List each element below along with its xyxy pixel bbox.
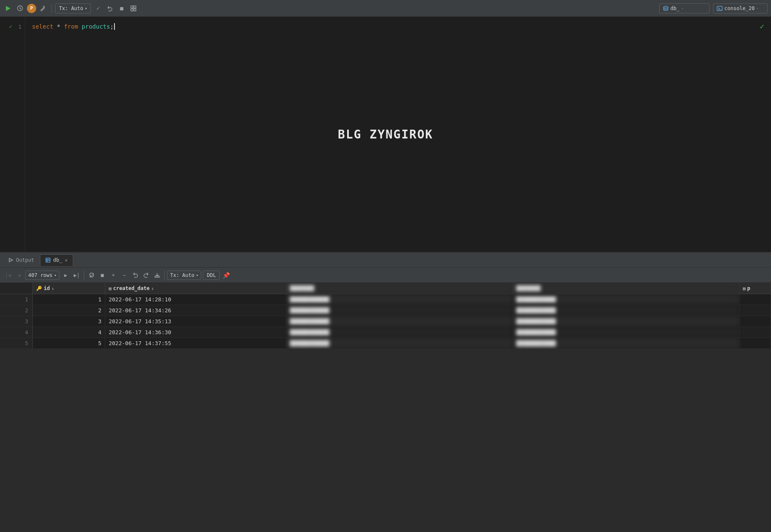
db-selector[interactable]: db_ ▾	[659, 3, 710, 13]
delete-row-button[interactable]: −	[120, 271, 129, 280]
id-cell-3: 3	[32, 316, 105, 327]
ddl-button[interactable]: DDL	[203, 271, 220, 280]
rows-chevron-icon: ▾	[54, 273, 56, 277]
submit-button[interactable]	[141, 271, 151, 280]
row-num-2: 2	[0, 305, 32, 316]
p-column-header[interactable]: ▦ p	[739, 283, 771, 294]
pin-button[interactable]: 📌	[221, 271, 231, 280]
data-table-container[interactable]: 🔑 id ⇕ ▦ created_date ⇕ ████████ ████	[0, 283, 771, 349]
semicolon: ;	[110, 23, 113, 30]
rows-dropdown[interactable]: 407 rows ▾	[25, 271, 59, 280]
id-col-label: id	[44, 285, 50, 291]
keyword-select: select	[32, 23, 53, 30]
next-page-button[interactable]: ▶	[61, 271, 70, 280]
date-cell-4: 2022-06-17 14:36:30	[105, 327, 287, 338]
p-cell-5	[739, 338, 771, 349]
col4-cell-2: ████████████	[513, 305, 739, 316]
export-button[interactable]	[152, 271, 162, 280]
line-num-1: 1	[15, 24, 21, 30]
col3-header: ████████	[286, 283, 513, 294]
add-row-button[interactable]: +	[109, 271, 118, 280]
p-cell-4	[739, 327, 771, 338]
col4-cell-3: ████████████	[513, 316, 739, 327]
svg-rect-5	[134, 9, 136, 11]
row-num-1: 1	[0, 294, 32, 305]
table-row: 1 1 2022-06-17 14:28:10 ████████████ ███…	[0, 294, 771, 305]
db-label: db_	[670, 5, 680, 11]
svg-rect-9	[46, 258, 50, 262]
results-table: 🔑 id ⇕ ▦ created_date ⇕ ████████ ████	[0, 283, 771, 349]
editor-area: ✓ 1 select * from products ; BLG ZYNGIRO…	[0, 17, 771, 253]
created-date-col-label: created_date	[113, 285, 150, 291]
tx-chevron-icon: ▾	[196, 273, 198, 277]
created-date-sort-icon[interactable]: ⇕	[152, 286, 154, 291]
table-row: 4 4 2022-06-17 14:36:30 ████████████ ███…	[0, 327, 771, 338]
console-chevron-icon: ▾	[756, 6, 758, 11]
col4-cell-5: ████████████	[513, 338, 739, 349]
wrench-icon[interactable]	[39, 4, 48, 13]
revert-button[interactable]	[130, 271, 140, 280]
col4-cell-4: ████████████	[513, 327, 739, 338]
tx-label: Tx: Auto	[59, 5, 83, 11]
db-tab[interactable]: db_ ×	[40, 254, 73, 266]
console-selector[interactable]: console_20 ▾	[713, 3, 768, 13]
p-col-label: p	[747, 285, 750, 291]
main-toolbar: P Tx: Auto ▾ ✓ ■ db_ ▾ console_20 ▾	[0, 0, 771, 17]
id-column-header[interactable]: 🔑 id ⇕	[32, 283, 105, 294]
history-icon[interactable]	[15, 4, 24, 13]
check-icon[interactable]: ✓	[93, 4, 103, 13]
table-header-row: 🔑 id ⇕ ▦ created_date ⇕ ████████ ████	[0, 283, 771, 294]
tx-dropdown-result[interactable]: Tx: Auto ▾	[167, 271, 201, 280]
svg-rect-2	[131, 6, 133, 8]
first-page-button[interactable]: |◀	[3, 271, 13, 280]
date-cell-5: 2022-06-17 14:37:55	[105, 338, 287, 349]
output-tab-label: Output	[16, 257, 34, 263]
table-icon: ▦	[109, 286, 112, 291]
last-page-button[interactable]: ▶|	[72, 271, 81, 280]
tx-label-result: Tx: Auto	[170, 272, 194, 278]
result-toolbar: |◀ ◀ 407 rows ▾ ▶ ▶| ■ + − Tx: Auto ▾ DD…	[0, 268, 771, 283]
key-icon: 🔑	[36, 286, 42, 291]
editor-check-icon: ✓	[760, 22, 764, 31]
profile-icon[interactable]: P	[27, 4, 36, 13]
col3-cell-2: ████████████	[286, 305, 513, 316]
col3-cell-5: ████████████	[286, 338, 513, 349]
p-table-icon: ▦	[743, 286, 746, 291]
undo-icon[interactable]	[105, 4, 114, 13]
table-row: 3 3 2022-06-17 14:35:13 ████████████ ███…	[0, 316, 771, 327]
code-editor[interactable]: select * from products ;	[25, 17, 771, 252]
toolbar-right: db_ ▾ console_20 ▾	[659, 3, 768, 13]
id-cell-5: 5	[32, 338, 105, 349]
created-date-column-header[interactable]: ▦ created_date ⇕	[105, 283, 287, 294]
stop-icon[interactable]: ■	[117, 4, 126, 13]
line-numbers: ✓ 1	[0, 17, 25, 252]
divider-1	[51, 4, 52, 13]
output-tab[interactable]: Output	[3, 254, 39, 266]
operator-star: *	[53, 23, 64, 30]
id-cell-1: 1	[32, 294, 105, 305]
db-tab-close[interactable]: ×	[65, 258, 68, 263]
refresh-button[interactable]	[87, 271, 96, 280]
col4-header: ████████	[513, 283, 739, 294]
col3-cell-3: ████████████	[286, 316, 513, 327]
tx-dropdown[interactable]: Tx: Auto ▾	[55, 3, 91, 13]
db-tab-label: db_	[53, 257, 62, 263]
id-sort-icon[interactable]: ⇕	[51, 286, 54, 291]
table-row: 5 5 2022-06-17 14:37:55 ████████████ ███…	[0, 338, 771, 349]
p-cell-3	[739, 316, 771, 327]
table-name: products	[78, 23, 110, 30]
run-button[interactable]	[3, 4, 13, 13]
grid-icon[interactable]	[129, 4, 138, 13]
prev-page-button[interactable]: ◀	[14, 271, 24, 280]
cancel-query-button[interactable]: ■	[98, 271, 107, 280]
code-line-1: select * from products ;	[32, 22, 764, 31]
svg-rect-13	[155, 276, 160, 277]
cursor	[114, 23, 115, 30]
row-num-header	[0, 283, 32, 294]
row-num-5: 5	[0, 338, 32, 349]
bottom-panel: Output db_ × |◀ ◀ 407 rows ▾ ▶ ▶| ■ + −	[0, 253, 771, 349]
date-cell-1: 2022-06-17 14:28:10	[105, 294, 287, 305]
rows-count: 407 rows	[28, 272, 53, 278]
panel-tabs: Output db_ ×	[0, 253, 771, 268]
date-cell-3: 2022-06-17 14:35:13	[105, 316, 287, 327]
